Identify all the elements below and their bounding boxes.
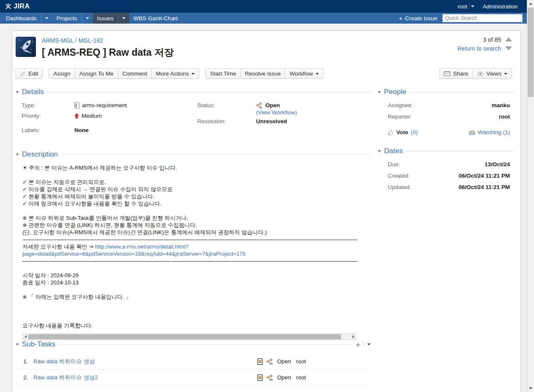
created-label: Created: <box>388 173 410 179</box>
chevron-down-icon <box>504 73 507 75</box>
reporter-value[interactable]: root <box>499 114 510 120</box>
assign-to-me-button[interactable]: Assign To Me <box>75 68 118 79</box>
breadcrumb-project-link[interactable]: ARMS-MGL <box>42 37 74 44</box>
people-title[interactable]: People <box>384 88 406 96</box>
return-to-search-link[interactable]: Return to search <box>458 45 501 52</box>
nav-wbs-label: WBS Gantt-Chart <box>129 13 182 24</box>
requirement-detail-link[interactable]: http://www.a-rms.net/arms/detail.html? <box>95 243 188 250</box>
status-value: Open <box>265 102 280 108</box>
divider <box>469 3 469 9</box>
share-button[interactable]: Share <box>439 68 473 79</box>
comment-button[interactable]: Comment <box>118 68 152 79</box>
administration-link[interactable]: Administration <box>479 0 522 13</box>
resolve-issue-button[interactable]: Resolve Issue <box>240 68 286 79</box>
create-issue-button[interactable]: + Create Issue <box>399 15 437 22</box>
top-bar: JIRA root Administration <box>0 0 527 13</box>
vote-button[interactable]: Vote (0) <box>388 129 418 135</box>
edit-button[interactable]: Edit <box>16 68 43 79</box>
quick-search-input[interactable] <box>442 14 523 22</box>
next-issue-button[interactable] <box>505 46 512 50</box>
assign-label: Assign <box>53 70 71 77</box>
view-workflow-link[interactable]: (View Workflow) <box>256 109 297 116</box>
subtask-number: 2. <box>23 374 33 381</box>
subtasks-options-dropdown[interactable] <box>367 343 371 345</box>
description-title[interactable]: Description <box>22 150 58 159</box>
collapse-dates-icon[interactable] <box>378 150 381 152</box>
details-title[interactable]: Details <box>22 88 44 96</box>
scroll-up-button[interactable] <box>527 0 534 7</box>
collapse-people-icon[interactable] <box>378 91 381 93</box>
nav-item-wbs-gantt-chart[interactable]: WBS Gantt-Chart <box>129 13 182 24</box>
nav-item-issues[interactable]: Issues <box>93 13 129 24</box>
edit-label: Edit <box>28 70 38 77</box>
due-value: 13/Oct/24 <box>485 161 510 168</box>
due-label: Due: <box>388 161 400 168</box>
project-avatar[interactable] <box>16 37 36 57</box>
breadcrumb-issue-key-link[interactable]: MGL-182 <box>79 37 103 44</box>
updated-value: 06/Oct/24 11:21 PM <box>458 184 510 190</box>
description-line: 종료 일자 : 2024-10-13 <box>22 279 371 286</box>
chevron-down-icon <box>45 17 49 19</box>
plus-icon: + <box>399 15 403 22</box>
pager-position: 3 of 85 <box>483 36 501 43</box>
assign-button[interactable]: Assign <box>49 68 75 79</box>
scrollbar-thumb[interactable] <box>528 8 534 97</box>
collapse-description-icon[interactable] <box>16 154 19 156</box>
subtasks-title[interactable]: Sub-Tasks <box>22 340 55 349</box>
divider <box>47 92 371 92</box>
views-label: Views <box>486 70 501 77</box>
scroll-left-button[interactable] <box>23 334 28 340</box>
triangle-right-icon <box>352 335 354 338</box>
vote-count: (0) <box>411 129 418 135</box>
subtask-link[interactable]: Raw data 하위이슈 생성 <box>33 358 95 365</box>
priority-medium-icon <box>74 113 79 119</box>
divider <box>59 344 352 345</box>
nav-item-dashboards[interactable]: Dashboards <box>2 13 52 24</box>
description-text: ☀ 주의 : 본 이슈는 A-RMS에서 제공하는 요구사항 이슈 입니다. ✓… <box>16 160 371 340</box>
hscrollbar-thumb[interactable] <box>28 334 341 339</box>
people-module: People Assignee: manku Reporter: root Vo… <box>378 87 514 135</box>
add-subtask-button[interactable]: + <box>356 341 360 349</box>
description-line: ✓ 이슈를 강제로 삭제시 → 연결된 이슈 수집이 되지 않으므로 <box>22 186 371 193</box>
description-line: ✓ 현황 통계에서 배제되어 불이익을 받을 수 있습니다. <box>22 193 371 200</box>
nav-issues-dropdown[interactable] <box>118 13 129 24</box>
vote-label: Vote <box>396 129 408 135</box>
nav-item-projects[interactable]: Projects <box>52 13 93 24</box>
page-scrollbar[interactable] <box>527 0 534 392</box>
scroll-down-button[interactable] <box>527 385 534 392</box>
subtask-number: 1. <box>23 358 33 365</box>
subtask-status: Open <box>277 374 291 381</box>
jira-logo[interactable]: JIRA <box>5 3 30 10</box>
more-actions-button[interactable]: More Actions <box>151 68 199 79</box>
description-module: Description ☀ 주의 : 본 이슈는 A-RMS에서 제공하는 요구… <box>16 149 371 340</box>
thumbs-up-icon <box>388 130 394 135</box>
views-button[interactable]: Views <box>472 68 512 79</box>
nav-issues-label: Issues <box>93 13 118 24</box>
resolve-issue-label: Resolve Issue <box>245 70 281 77</box>
subtask-row: 2. Raw data 하위이슈 생성2 Open root <box>16 370 371 386</box>
comment-label: Comment <box>123 70 147 77</box>
user-menu[interactable]: root <box>453 0 478 13</box>
labels-value: None <box>74 127 89 133</box>
divider <box>410 92 514 92</box>
subtask-type-icon <box>257 358 263 365</box>
workflow-button[interactable]: Workflow <box>285 68 323 79</box>
start-time-button[interactable]: Start Time <box>205 68 241 79</box>
description-line: ※ 관련한 이슈를 연결 (LINK) 하시면, 현황 통계에 자동으로 수집됩… <box>22 222 371 229</box>
collapse-details-icon[interactable] <box>16 91 19 93</box>
scroll-right-button[interactable] <box>351 334 356 340</box>
watching-button[interactable]: Watching (1) <box>469 129 510 135</box>
dates-title[interactable]: Dates <box>384 147 403 155</box>
type-label: Type: <box>22 102 74 108</box>
subtask-link[interactable]: Raw data 하위이슈 생성2 <box>33 374 98 381</box>
jira-logo-icon <box>5 3 11 10</box>
requirement-detail-link-continued[interactable]: page=detail&pdService=6&pdServiceVersion… <box>22 251 245 257</box>
description-line: ※ 본 이슈 하위로 Sub-Task를 만들어서 개발(업무)을 진행 하시거… <box>22 214 371 222</box>
nav-projects-dropdown[interactable] <box>82 13 93 24</box>
assignee-value[interactable]: manku <box>491 102 510 108</box>
description-line: ✓ 본 이슈는 자동으로 관리되므로, <box>22 178 371 186</box>
collapse-subtasks-icon[interactable] <box>16 343 19 346</box>
nav-dashboards-dropdown[interactable] <box>41 13 52 24</box>
subtask-status: Open <box>277 358 291 365</box>
previous-issue-button[interactable] <box>505 38 512 41</box>
